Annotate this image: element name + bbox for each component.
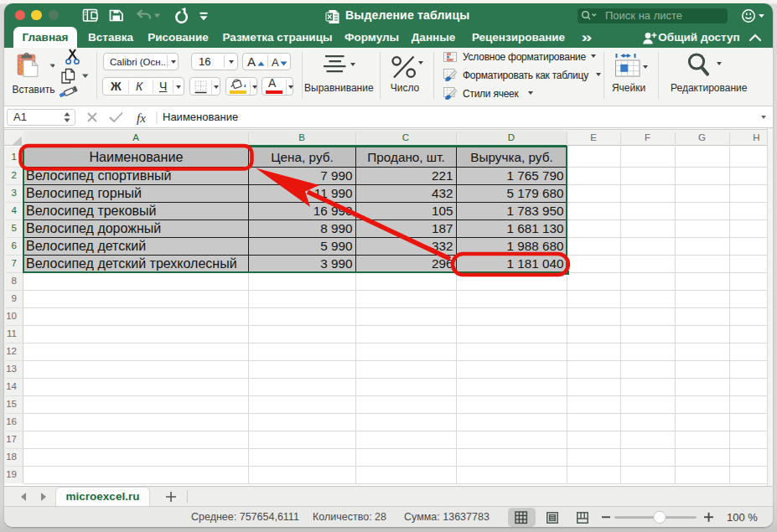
svg-text:fx: fx bbox=[137, 111, 146, 125]
